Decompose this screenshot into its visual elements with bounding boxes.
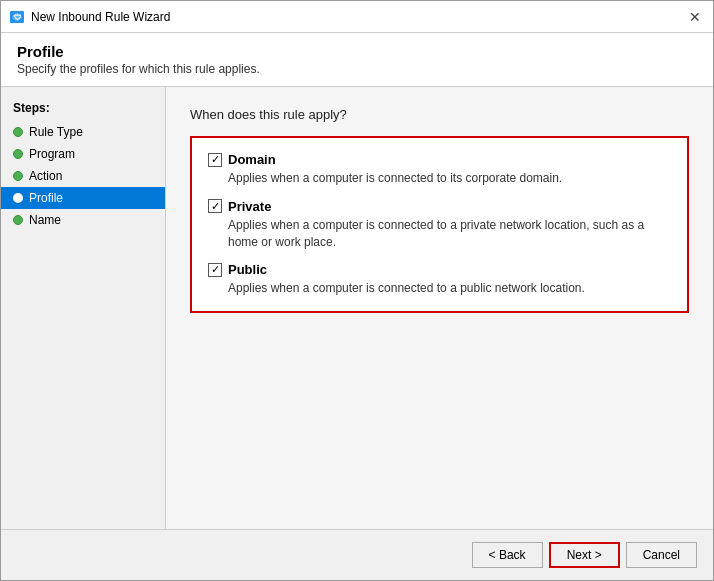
steps-label: Steps:	[1, 97, 165, 121]
app-icon: 🛡	[9, 9, 25, 25]
option-public-header: ✓ Public	[208, 262, 671, 277]
svg-text:🛡: 🛡	[14, 14, 21, 21]
main-panel: When does this rule apply? ✓ Domain Appl…	[166, 87, 713, 529]
sidebar-label-program: Program	[29, 147, 75, 161]
sidebar-item-rule-type[interactable]: Rule Type	[1, 121, 165, 143]
sidebar: Steps: Rule Type Program Action Profile …	[1, 87, 166, 529]
option-domain: ✓ Domain Applies when a computer is conn…	[208, 152, 671, 187]
sidebar-label-action: Action	[29, 169, 62, 183]
sidebar-item-action[interactable]: Action	[1, 165, 165, 187]
option-public-name: Public	[228, 262, 267, 277]
page-title: Profile	[17, 43, 697, 60]
page-subtitle: Specify the profiles for which this rule…	[17, 62, 697, 76]
option-domain-name: Domain	[228, 152, 276, 167]
sidebar-label-profile: Profile	[29, 191, 63, 205]
sidebar-item-name[interactable]: Name	[1, 209, 165, 231]
option-private: ✓ Private Applies when a computer is con…	[208, 199, 671, 251]
sidebar-label-rule-type: Rule Type	[29, 125, 83, 139]
cancel-button[interactable]: Cancel	[626, 542, 697, 568]
options-box: ✓ Domain Applies when a computer is conn…	[190, 136, 689, 313]
question-text: When does this rule apply?	[190, 107, 689, 122]
checkbox-private[interactable]: ✓	[208, 199, 222, 213]
option-public: ✓ Public Applies when a computer is conn…	[208, 262, 671, 297]
sidebar-item-program[interactable]: Program	[1, 143, 165, 165]
checkbox-domain[interactable]: ✓	[208, 153, 222, 167]
content-area: Steps: Rule Type Program Action Profile …	[1, 87, 713, 529]
option-private-desc: Applies when a computer is connected to …	[208, 217, 671, 251]
option-domain-desc: Applies when a computer is connected to …	[208, 170, 671, 187]
option-public-desc: Applies when a computer is connected to …	[208, 280, 671, 297]
step-dot-program	[13, 149, 23, 159]
title-bar: 🛡 New Inbound Rule Wizard ✕	[1, 1, 713, 33]
option-private-header: ✓ Private	[208, 199, 671, 214]
next-button[interactable]: Next >	[549, 542, 620, 568]
title-bar-left: 🛡 New Inbound Rule Wizard	[9, 9, 170, 25]
option-domain-header: ✓ Domain	[208, 152, 671, 167]
step-dot-name	[13, 215, 23, 225]
step-dot-action	[13, 171, 23, 181]
window-title: New Inbound Rule Wizard	[31, 10, 170, 24]
back-button[interactable]: < Back	[472, 542, 543, 568]
footer: < Back Next > Cancel	[1, 529, 713, 580]
page-header: Profile Specify the profiles for which t…	[1, 33, 713, 87]
sidebar-label-name: Name	[29, 213, 61, 227]
checkbox-public[interactable]: ✓	[208, 263, 222, 277]
step-dot-rule-type	[13, 127, 23, 137]
sidebar-item-profile[interactable]: Profile	[1, 187, 165, 209]
close-button[interactable]: ✕	[685, 7, 705, 27]
wizard-window: 🛡 New Inbound Rule Wizard ✕ Profile Spec…	[0, 0, 714, 581]
option-private-name: Private	[228, 199, 271, 214]
step-dot-profile	[13, 193, 23, 203]
